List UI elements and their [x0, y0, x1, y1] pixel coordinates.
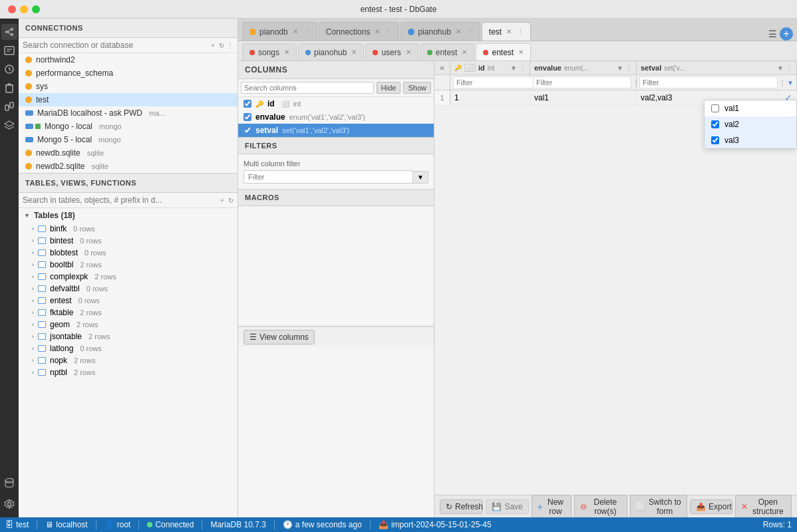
sort-icon[interactable]: ▼	[617, 65, 623, 72]
grid-col-header-id[interactable]: 🔑 ⬜ id int ▼ ⋮	[450, 61, 530, 74]
table-item-blobtest[interactable]: › blobtest 0 rows	[19, 247, 238, 259]
close-button[interactable]	[8, 5, 16, 13]
val2-checkbox[interactable]	[711, 120, 719, 128]
table-item-complexpk[interactable]: › complexpk 2 rows	[19, 271, 238, 283]
tab-menu-icon[interactable]: ⋮	[467, 29, 473, 35]
table-tab-users[interactable]: users ✕	[365, 43, 418, 61]
table-tab-songs[interactable]: songs ✕	[242, 43, 297, 61]
table-item-binfk[interactable]: › binfk 0 rows	[19, 223, 238, 235]
table-tab-entest2[interactable]: entest ✕	[476, 43, 531, 61]
connection-item-mongo5[interactable]: Mongo 5 - local mongo	[19, 133, 238, 146]
column-item-setval[interactable]: setval set('val1','val2','val3')	[238, 124, 434, 137]
connection-item-northwind2[interactable]: northwind2	[19, 53, 238, 66]
connection-item-newdb2-sqlite[interactable]: newdb2.sqlite sqlite	[19, 160, 238, 173]
add-connection-icon[interactable]: ＋	[210, 41, 216, 50]
table-item-latlong[interactable]: › latlong 0 rows	[19, 342, 238, 354]
export-main-button[interactable]: 📤 Export	[691, 500, 732, 513]
tables-search-input[interactable]	[23, 196, 216, 205]
new-row-button[interactable]: + New row	[532, 495, 571, 518]
refresh-main-button[interactable]: ↻ Refresh	[440, 500, 483, 513]
filter-dropdown-button[interactable]: ▼	[413, 171, 428, 184]
table-item-geom[interactable]: › geom 2 rows	[19, 319, 238, 331]
tab-pianodb[interactable]: pianodb ✕ ⋮	[242, 22, 317, 41]
sidebar-settings-icon[interactable]	[1, 496, 17, 512]
table-item-fktable[interactable]: › fktable 2 rows	[19, 307, 238, 319]
save-button[interactable]: 💾 Save	[486, 499, 528, 514]
tab-close-icon[interactable]: ✕	[406, 49, 411, 56]
sidebar-query-icon[interactable]	[1, 43, 17, 59]
table-item-entest[interactable]: › entest 0 rows	[19, 295, 238, 307]
tab-menu-icon[interactable]: ⋮	[304, 29, 310, 35]
connection-item-performance-schema[interactable]: performance_schema	[19, 66, 238, 80]
connections-search-input[interactable]	[23, 41, 207, 50]
columns-search-input[interactable]	[241, 82, 374, 94]
connection-item-newdb-sqlite[interactable]: newdb.sqlite sqlite	[19, 146, 238, 160]
filter-menu-icon[interactable]: ⋮	[779, 79, 786, 86]
refresh-connections-icon[interactable]: ↻	[219, 42, 224, 49]
sort-icon[interactable]: ▼	[777, 65, 784, 72]
column-item-envalue[interactable]: envalue enum('val1','val2','val3')	[238, 110, 434, 124]
dropdown-item-val2[interactable]: val2	[705, 116, 796, 132]
filter-input-envalue[interactable]	[533, 76, 631, 88]
col-options-icon[interactable]: ⋮	[626, 65, 632, 71]
tab-close-icon[interactable]: ✕	[375, 28, 380, 35]
status-host[interactable]: 🖥 localhost	[45, 520, 87, 529]
tab-pianohub[interactable]: pianohub ✕ ⋮	[400, 22, 480, 41]
tab-close-icon[interactable]: ✕	[462, 49, 467, 56]
table-item-jsontable[interactable]: › jsontable 2 rows	[19, 331, 238, 342]
tab-menu-icon[interactable]: ⋮	[518, 29, 524, 35]
tab-menu-icon[interactable]: ⋮	[386, 29, 392, 35]
sidebar-connections-icon[interactable]	[1, 24, 17, 40]
table-item-booltbl[interactable]: › booltbl 2 rows	[19, 259, 238, 271]
tab-close-icon[interactable]: ✕	[456, 28, 461, 35]
add-table-icon[interactable]: ＋	[219, 196, 226, 205]
collapse-grid-icon[interactable]: «	[434, 61, 450, 74]
minimize-button[interactable]	[20, 5, 28, 13]
tab-close-icon[interactable]: ✕	[284, 49, 289, 56]
tab-close-icon[interactable]: ✕	[518, 49, 524, 56]
val3-checkbox[interactable]	[711, 136, 719, 144]
table-tab-pianohub2[interactable]: pianohub ✕	[298, 43, 364, 61]
sidebar-plugins-icon[interactable]	[1, 98, 17, 114]
switch-form-button[interactable]: ⬜ Switch to form	[630, 495, 687, 518]
status-user[interactable]: 👤 root	[104, 520, 131, 529]
delete-row-button[interactable]: ⊖ Delete row(s)	[574, 495, 627, 518]
column-item-id[interactable]: 🔑 id ⬜ int	[238, 97, 434, 110]
tab-close-icon[interactable]: ✕	[293, 28, 298, 35]
grid-col-header-envalue[interactable]: envalue enum(... ▼ ⋮	[530, 61, 637, 74]
sidebar-layers-icon[interactable]	[1, 117, 17, 133]
filter-input-setval[interactable]	[639, 76, 778, 88]
tab-connections[interactable]: Connections ✕ ⋮	[319, 22, 400, 41]
col-options-icon[interactable]: ⋮	[786, 65, 792, 71]
cell-id[interactable]: 1	[450, 90, 530, 105]
filter-funnel-icon[interactable]: ▼	[787, 79, 794, 86]
table-tab-entest1[interactable]: entest ✕	[420, 43, 475, 61]
tables-group-header[interactable]: ▼ Tables (18)	[19, 208, 238, 223]
hide-columns-button[interactable]: Hide	[377, 82, 401, 94]
table-item-nptbl[interactable]: › nptbl 2 rows	[19, 366, 238, 378]
table-item-bintest[interactable]: › bintest 0 rows	[19, 235, 238, 247]
column-checkbox-envalue[interactable]	[243, 113, 251, 121]
more-options-icon[interactable]: ⋮	[227, 42, 234, 49]
connection-item-mariadb[interactable]: MariaDB localhost - ask PWD ma...	[19, 106, 238, 120]
refresh-tables-icon[interactable]: ↻	[228, 197, 234, 204]
dropdown-item-val3[interactable]: val3	[705, 132, 796, 148]
val1-checkbox[interactable]	[711, 104, 719, 112]
tab-test[interactable]: test ✕ ⋮	[482, 22, 531, 41]
sidebar-trash-icon[interactable]	[1, 80, 17, 96]
column-checkbox-setval[interactable]	[243, 126, 251, 134]
connection-item-sys[interactable]: sys	[19, 80, 238, 93]
maximize-button[interactable]	[32, 5, 40, 13]
table-item-nopk[interactable]: › nopk 2 rows	[19, 354, 238, 366]
sidebar-history-icon[interactable]	[1, 61, 17, 77]
sidebar-database-icon[interactable]	[1, 475, 17, 491]
dropdown-item-val1[interactable]: val1	[705, 100, 796, 116]
cell-envalue[interactable]: val1	[530, 90, 637, 105]
refresh-split-button[interactable]: ↻ Refresh ▾	[440, 499, 483, 514]
col-options-icon[interactable]: ⋮	[520, 65, 526, 71]
show-columns-button[interactable]: Show	[403, 82, 431, 94]
column-checkbox-id[interactable]	[243, 100, 251, 108]
export-split-button[interactable]: 📤 Export ▾	[690, 499, 732, 514]
table-item-defvaltbl[interactable]: › defvaltbl 0 rows	[19, 283, 238, 295]
connection-item-mongo-local[interactable]: Mongo - local mongo	[19, 120, 238, 133]
